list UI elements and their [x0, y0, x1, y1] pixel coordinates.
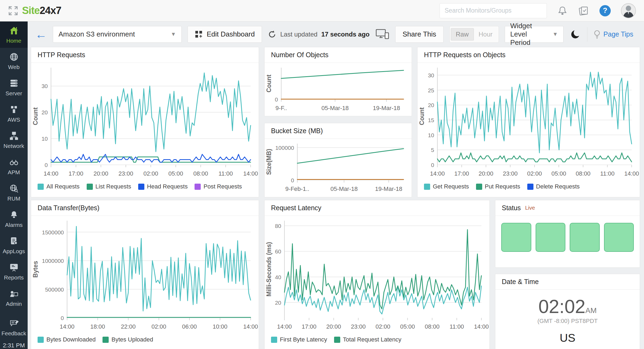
- svg-text:14:00: 14:00: [277, 323, 292, 330]
- sidebar-item-web[interactable]: Web: [0, 48, 28, 74]
- search-input[interactable]: [440, 3, 547, 18]
- legend-item: Bytes Downloaded: [38, 336, 96, 343]
- panel-title: HTTP Requests on Objects: [418, 47, 640, 63]
- notifications-bell-icon[interactable]: [557, 5, 568, 16]
- sidebar-item-apm[interactable]: APM: [0, 153, 28, 179]
- top-bar: Site24x7 ?: [0, 0, 644, 21]
- rum-icon: [9, 184, 19, 193]
- sidebar-item-alarms[interactable]: Alarms: [0, 206, 28, 232]
- sidebar-item-admin[interactable]: Admin: [0, 285, 28, 311]
- svg-text:02:00: 02:00: [143, 170, 158, 177]
- svg-text:500000: 500000: [45, 286, 64, 293]
- svg-text:1500000: 1500000: [42, 229, 64, 235]
- svg-text:06:00: 06:00: [182, 323, 197, 330]
- svg-text:15: 15: [428, 117, 434, 123]
- last-updated: Last updated 17 seconds ago: [268, 30, 369, 39]
- back-arrow-button[interactable]: ←: [35, 28, 47, 40]
- sidebar-item-network[interactable]: Network: [0, 127, 28, 153]
- sidebar: Home Web Server AWS Network APM RUM Alar…: [0, 21, 28, 349]
- site24x7-logo[interactable]: Site24x7: [22, 5, 61, 16]
- svg-text:02:00: 02:00: [527, 170, 542, 177]
- legend-item: All Requests: [38, 183, 80, 190]
- refresh-icon[interactable]: [268, 30, 276, 39]
- svg-text:20:00: 20:00: [478, 170, 493, 177]
- sidebar-item-server[interactable]: Server: [0, 74, 28, 100]
- legend-swatch: [424, 184, 430, 190]
- sidebar-item-feedback[interactable]: Feedback: [0, 314, 28, 340]
- alarms-bell-icon: [9, 210, 19, 220]
- sidebar-item-reports[interactable]: Reports: [0, 258, 28, 285]
- svg-text:19-Mar-18: 19-Mar-18: [373, 105, 400, 111]
- svg-text:23:00: 23:00: [118, 170, 133, 177]
- svg-text:0: 0: [431, 162, 434, 168]
- svg-text:08:00: 08:00: [425, 323, 440, 330]
- svg-text:80: 80: [275, 223, 281, 229]
- widget-level-period-select[interactable]: Widget Level Period ▼: [505, 26, 564, 43]
- panel-date-time: Date & Time 02:02AM (GMT -8:00) PST8PDT …: [495, 274, 640, 349]
- svg-text:14:00: 14:00: [60, 323, 74, 330]
- svg-text:Count: Count: [32, 107, 39, 125]
- status-cell[interactable]: [501, 223, 531, 252]
- svg-text:100000: 100000: [275, 145, 294, 151]
- svg-text:14:00: 14:00: [430, 170, 445, 177]
- svg-text:14:00: 14:00: [43, 170, 58, 177]
- status-cell[interactable]: [536, 223, 566, 252]
- svg-text:05-Mar-18: 05-Mar-18: [330, 186, 357, 192]
- svg-text:11:00: 11:00: [450, 323, 464, 330]
- page-tips-link[interactable]: Page Tips: [593, 30, 633, 39]
- bucket-size-chart: 01000009-Feb-1..05-Mar-1819-Mar-18Size(M…: [265, 139, 412, 196]
- panel-title: Bucket Size (MB): [265, 123, 412, 139]
- panel-title: Number Of Objects: [265, 47, 412, 63]
- svg-text:0: 0: [275, 96, 278, 103]
- svg-text:14:00: 14:00: [474, 323, 489, 330]
- http-requests-on-objects-chart: 05101520253014:0017:0020:0023:0002:0005:…: [418, 63, 640, 181]
- http-requests-chart: 010203014:0017:0020:0023:0002:0005:0008:…: [31, 63, 259, 181]
- legend-item: Put Requests: [476, 183, 520, 190]
- svg-text:10:00: 10:00: [213, 323, 227, 330]
- chart-legend: All RequestsList RequestsHead RequestsPo…: [31, 181, 259, 194]
- legend-item: Get Requests: [424, 183, 469, 190]
- svg-text:05-Mar-18: 05-Mar-18: [321, 105, 349, 111]
- devices-icon[interactable]: [375, 28, 389, 40]
- hour-segment[interactable]: Hour: [474, 28, 497, 40]
- share-this-button[interactable]: Share This: [395, 26, 443, 43]
- svg-text:10: 10: [428, 132, 434, 138]
- svg-text:60: 60: [275, 248, 281, 255]
- network-icon: [9, 131, 19, 141]
- expand-icon[interactable]: [8, 6, 18, 16]
- svg-text:23:00: 23:00: [351, 323, 366, 330]
- raw-segment[interactable]: Raw: [451, 28, 474, 41]
- svg-text:11:00: 11:00: [600, 170, 614, 177]
- svg-text:17:00: 17:00: [454, 170, 469, 177]
- legend-swatch: [195, 184, 201, 190]
- sidebar-item-aws[interactable]: AWS: [0, 100, 28, 127]
- svg-text:20: 20: [275, 300, 281, 306]
- server-icon: [9, 78, 19, 88]
- raw-hour-toggle: Raw Hour: [449, 26, 499, 43]
- svg-text:5: 5: [431, 147, 434, 153]
- svg-text:14:00: 14:00: [243, 170, 258, 177]
- help-icon[interactable]: ?: [599, 5, 611, 16]
- feedback-icon: [9, 318, 19, 328]
- status-cell[interactable]: [604, 223, 634, 252]
- sidebar-item-rum[interactable]: RUM: [0, 179, 28, 206]
- dashboard-select[interactable]: Amazon S3 environment ▼: [53, 26, 182, 43]
- svg-text:17:00: 17:00: [68, 170, 83, 177]
- clock-time: 02:02: [538, 296, 585, 317]
- svg-text:02:00: 02:00: [151, 323, 166, 330]
- panel-title: Status: [502, 204, 521, 212]
- sidebar-item-applogs[interactable]: AppLogs: [0, 232, 28, 258]
- svg-text:02:00: 02:00: [375, 323, 390, 330]
- globe-icon: [9, 52, 19, 62]
- user-avatar[interactable]: [621, 3, 636, 18]
- status-cell[interactable]: [570, 223, 600, 252]
- dark-mode-moon-icon[interactable]: [569, 28, 581, 40]
- tickets-icon[interactable]: [578, 5, 589, 16]
- sidebar-item-home[interactable]: Home: [0, 21, 28, 48]
- svg-text:0: 0: [61, 315, 64, 321]
- edit-dashboard-button[interactable]: Edit Dashboard: [188, 26, 262, 43]
- chart-legend: Bytes DownloadedBytes Uploaded: [31, 334, 259, 347]
- svg-text:11:00: 11:00: [218, 170, 233, 177]
- bulb-icon: [593, 30, 601, 39]
- apm-binoculars-icon: [9, 157, 19, 167]
